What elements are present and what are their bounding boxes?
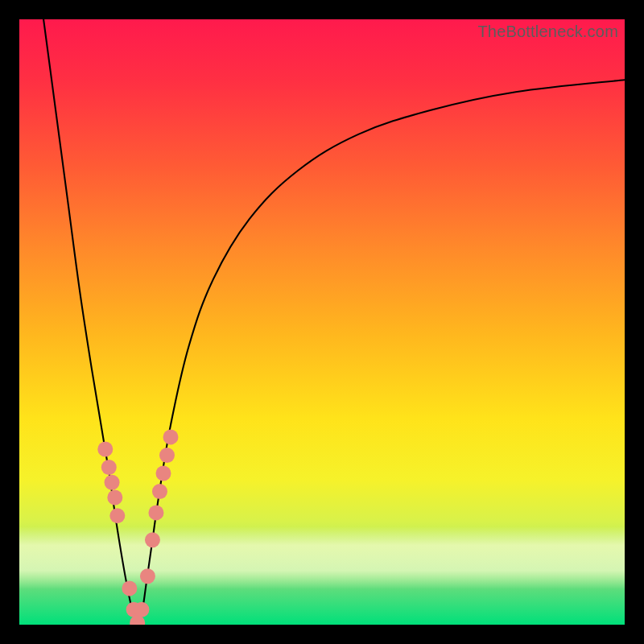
marker-dot: [101, 460, 117, 475]
marker-dots: [97, 429, 178, 625]
bottleneck-curve: [43, 19, 625, 624]
marker-dot: [105, 475, 120, 490]
marker-dot: [148, 505, 163, 520]
watermark-text: TheBottleneck.com: [477, 23, 618, 41]
marker-dot: [155, 466, 171, 481]
marker-dot: [145, 532, 160, 547]
chart-frame: TheBottleneck.com: [0, 0, 644, 644]
marker-dot: [163, 429, 179, 444]
marker-dot: [97, 441, 113, 456]
plot-area: TheBottleneck.com: [19, 19, 625, 625]
curve-layer: [19, 19, 625, 625]
marker-dot: [134, 602, 149, 617]
marker-dot: [122, 580, 137, 596]
marker-dot: [107, 490, 122, 506]
marker-dot: [152, 484, 167, 499]
marker-dot: [159, 448, 175, 463]
marker-dot: [140, 568, 155, 584]
marker-dot: [109, 508, 125, 523]
